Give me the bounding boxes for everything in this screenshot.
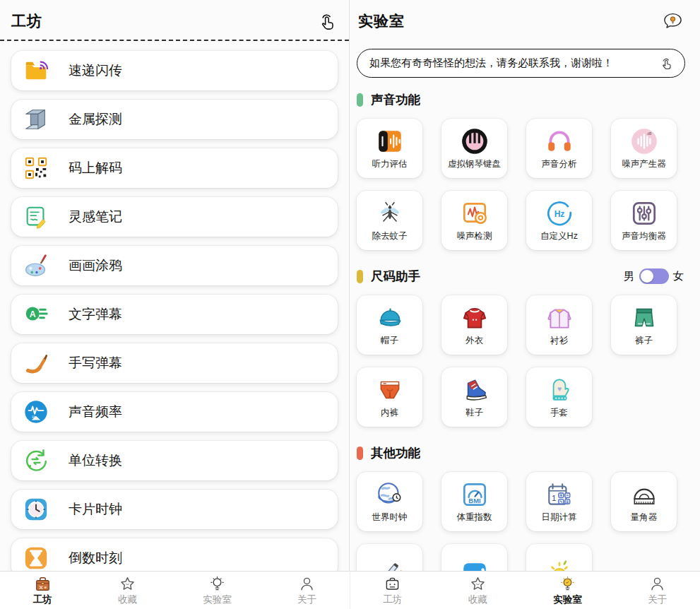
sound-frequency-item[interactable]: Hz声音频率 — [11, 392, 338, 432]
bmi-tile[interactable]: BMI体重指数 — [441, 472, 507, 531]
list-item-label: 速递闪传 — [69, 61, 122, 80]
svg-text:BMI: BMI — [468, 497, 480, 504]
unit-convert-item[interactable]: 单位转换 — [11, 441, 338, 480]
date-calc-tile[interactable]: 1日期计算 — [526, 472, 592, 531]
list-item-label: 画画涂鸦 — [69, 256, 122, 275]
nav-about-left[interactable]: 关于 — [297, 575, 316, 606]
suggestion-banner[interactable]: 如果您有奇奇怪怪的想法，请务必联系我，谢谢啦！ — [357, 49, 685, 78]
gender-toggle[interactable]: 男女 — [624, 268, 684, 284]
hourglass-icon — [23, 545, 49, 571]
sun-tile[interactable] — [526, 544, 592, 571]
workshop-panel: 工坊 速递闪传金属探测码上解码灵感笔记画画涂鸦A文字弹幕手写弹幕Hz声音频率单位… — [0, 0, 350, 571]
list-item-label: 声音频率 — [69, 403, 122, 421]
glove-tile[interactable]: ♥手套 — [526, 367, 592, 427]
ruler-pencil-tile[interactable] — [357, 544, 422, 571]
note-pencil-item[interactable]: 灵感笔记 — [11, 197, 338, 237]
text-badge-icon: A — [23, 301, 49, 328]
svg-text:♥: ♥ — [557, 384, 561, 393]
mosquito-icon — [375, 199, 405, 228]
note-pencil-icon — [23, 203, 49, 230]
nav-label: 工坊 — [33, 593, 52, 606]
nav-favorites-right[interactable]: 收藏 — [468, 575, 487, 606]
bmi-icon: BMI — [460, 480, 490, 509]
world-clock-icon — [375, 480, 405, 509]
nav-lab-left[interactable]: 实验室 — [203, 575, 232, 606]
noise-detect-icon — [460, 199, 490, 228]
mosquito-tile[interactable]: 除去蚊子 — [357, 191, 422, 250]
tile-label: 虚拟钢琴键盘 — [448, 158, 501, 170]
cap-tile[interactable]: 帽子 — [357, 295, 422, 355]
workshop-title: 工坊 — [11, 11, 42, 31]
protractor-icon — [629, 480, 659, 509]
list-item-label: 文字弹幕 — [69, 305, 122, 324]
text-badge-item[interactable]: A文字弹幕 — [11, 295, 338, 334]
folder-transfer-item[interactable]: 速递闪传 — [11, 51, 338, 90]
nav-favorites-left[interactable]: 收藏 — [118, 575, 137, 606]
section-bullet — [357, 447, 363, 460]
shoe-tile[interactable]: 鞋子 — [441, 367, 507, 427]
tile-label: 除去蚊子 — [372, 230, 408, 242]
world-clock-tile[interactable]: 世界时钟 — [357, 472, 422, 531]
noise-detect-tile[interactable]: 噪声检测 — [441, 191, 507, 250]
nav-workshop-left[interactable]: 工坊 — [33, 575, 52, 606]
headphones-tile[interactable]: 声音分析 — [526, 119, 592, 178]
cap-icon — [375, 303, 405, 333]
toggle-track[interactable] — [639, 268, 669, 284]
star-icon — [469, 575, 487, 593]
section-2: 其他功能世界时钟BMI体重指数1日期计算量角器 — [357, 444, 685, 571]
shirt-tile[interactable]: 衬衫 — [526, 295, 592, 355]
person-icon — [648, 575, 666, 593]
brush-item[interactable]: 手写弹幕 — [11, 343, 338, 383]
metal-beam-item[interactable]: 金属探测 — [11, 100, 338, 139]
card-clock-item[interactable]: 卡片时钟 — [11, 490, 338, 529]
person-icon — [298, 575, 316, 593]
hearing-test-tile[interactable]: 听力评估 — [357, 119, 422, 178]
hoodie-tile[interactable]: 外衣 — [441, 295, 507, 355]
level-tool-tile[interactable] — [441, 544, 507, 571]
custom-hz-tile[interactable]: Hz自定义Hz — [526, 191, 592, 250]
section-bullet — [357, 270, 363, 283]
unit-convert-icon — [23, 447, 49, 474]
equalizer-tile[interactable]: 声音均衡器 — [611, 191, 677, 250]
list-item-label: 倒数时刻 — [69, 549, 122, 567]
ruler-pencil-icon — [375, 558, 405, 572]
qr-code-item[interactable]: 码上解码 — [11, 148, 338, 188]
nav-lab-right[interactable]: 实验室 — [553, 575, 582, 606]
workshop-header: 工坊 — [0, 0, 349, 40]
tile-label: 衬衫 — [550, 335, 568, 347]
hoodie-icon — [460, 303, 490, 333]
noise-generator-tile[interactable]: dB噪声产生器 — [611, 119, 677, 178]
underwear-tile[interactable]: 内裤 — [357, 367, 422, 427]
sun-icon — [545, 558, 574, 572]
nav-label: 关于 — [648, 593, 667, 606]
lab-sections: 声音功能听力评估虚拟钢琴键盘声音分析dB噪声产生器除去蚊子噪声检测Hz自定义Hz… — [357, 91, 685, 571]
paint-palette-icon — [23, 252, 49, 279]
list-item-label: 金属探测 — [69, 110, 122, 129]
tile-label: 内裤 — [381, 407, 398, 419]
tap-icon[interactable] — [316, 11, 338, 32]
section-title: 声音功能 — [371, 91, 420, 108]
tile-label: 噪声检测 — [457, 230, 492, 242]
idea-bubble-icon[interactable] — [662, 11, 684, 32]
tile-label: 自定义Hz — [540, 230, 578, 242]
shorts-tile[interactable]: 裤子 — [611, 295, 677, 355]
tile-label: 裤子 — [635, 335, 653, 347]
nav-label: 收藏 — [118, 593, 137, 606]
nav-label: 收藏 — [468, 593, 487, 606]
svg-text:dB: dB — [647, 131, 652, 136]
nav-workshop-right[interactable]: 工坊 — [383, 575, 402, 606]
toggle-label-male: 男 — [624, 269, 635, 284]
protractor-tile[interactable]: 量角器 — [611, 472, 677, 531]
bulb-outline-icon — [208, 575, 226, 593]
piano-tile[interactable]: 虚拟钢琴键盘 — [441, 119, 507, 178]
paint-palette-item[interactable]: 画画涂鸦 — [11, 246, 338, 285]
piano-icon — [460, 126, 490, 156]
list-item-label: 灵感笔记 — [69, 208, 122, 226]
list-item-label: 码上解码 — [69, 159, 122, 177]
hourglass-item[interactable]: 倒数时刻 — [11, 538, 338, 571]
equalizer-icon — [629, 199, 659, 228]
tile-label: 鞋子 — [465, 407, 483, 419]
tile-label: 量角器 — [631, 512, 658, 524]
bottom-nav: 工坊收藏实验室关于 工坊收藏实验室关于 — [0, 571, 700, 609]
nav-about-right[interactable]: 关于 — [648, 575, 667, 606]
